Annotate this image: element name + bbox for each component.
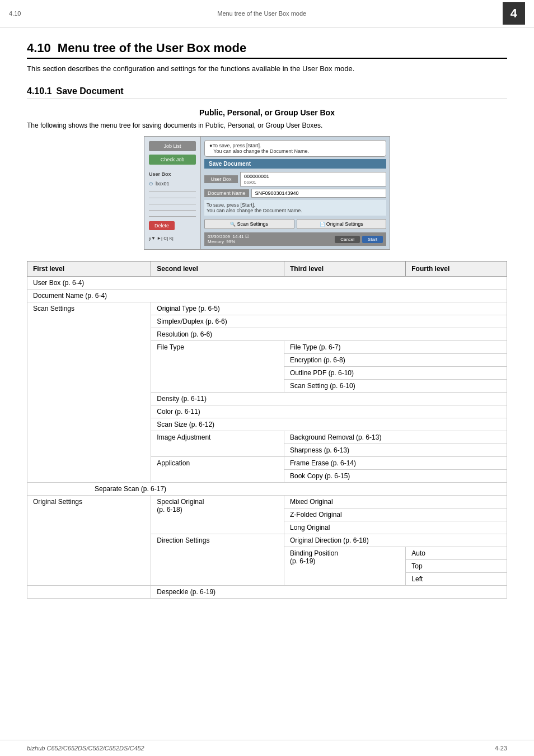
footer-buttons: Cancel Start [335, 236, 383, 243]
screen-bubble: ●To save, press [Start]. You can also ch… [204, 140, 386, 157]
col-header-fourth: Fourth level [406, 262, 507, 277]
menu-table: First level Second level Third level Fou… [27, 261, 507, 599]
table-cell: Long Original [284, 521, 507, 534]
page-footer: bizhub C652/C652DS/C552/C552DS/C452 4-23 [0, 740, 534, 756]
screen-footer: 03/30/2009 14:41 ☑Memory 99% Cancel Star… [204, 232, 386, 246]
table-cell: Auto [406, 547, 507, 560]
table-cell: Encryption (p. 6-8) [284, 354, 507, 367]
table-row: Despeckle (p. 6-19) [27, 586, 507, 599]
table-row: Separate Scan (p. 6-17) [27, 483, 507, 496]
screen-container: Job List Check Job User Box ⊙ box01 Dele… [27, 136, 507, 250]
main-section-title: 4.10Menu tree of the User Box mode [27, 41, 507, 59]
user-box-field-row: User Box 000000001 box01 [204, 172, 386, 186]
table-cell: Image Adjustment [151, 431, 284, 457]
screen-action-row: 🔍Scan Settings 📄Original Settings [204, 219, 386, 229]
section-desc: This section describes the configuration… [27, 64, 507, 73]
page-content: 4.10Menu tree of the User Box mode This … [0, 27, 534, 612]
doc-name-label: Document Name [204, 189, 249, 197]
table-cell: Scan Size (p. 6-12) [151, 418, 507, 431]
table-cell: Separate Scan (p. 6-17) [27, 483, 507, 496]
scan-icon: 🔍 [230, 222, 236, 227]
footer-page: 4-23 [495, 745, 507, 752]
table-cell: Scan Settings [27, 302, 151, 483]
original-settings-button[interactable]: 📄Original Settings [297, 219, 387, 229]
table-cell: Simplex/Duplex (p. 6-6) [151, 315, 507, 328]
table-cell: Despeckle (p. 6-19) [151, 586, 507, 599]
table-cell: Sharpness (p. 6-13) [284, 444, 507, 457]
screen-controls: y▼ ►| C| K| [149, 236, 196, 241]
table-cell: Book Copy (p. 6-15) [284, 470, 507, 483]
sub-sub-desc: The following shows the menu tree for sa… [27, 122, 507, 129]
table-cell: Frame Erase (p. 6-14) [284, 457, 507, 470]
table-cell: Original Settings [27, 496, 151, 586]
user-box-icon: ⊙ [149, 181, 153, 186]
scan-settings-button[interactable]: 🔍Scan Settings [204, 219, 294, 229]
table-cell: Special Original(p. 6-18) [151, 496, 284, 534]
user-box-field-sub: box01 [244, 180, 256, 185]
col-header-third: Third level [284, 262, 405, 277]
table-cell: Mixed Original [284, 496, 507, 508]
footer-info: 03/30/2009 14:41 ☑Memory 99% [208, 234, 249, 244]
table-cell: Left [406, 573, 507, 586]
col-header-second: Second level [151, 262, 284, 277]
table-cell: Background Removal (p. 6-13) [284, 431, 507, 444]
job-list-button[interactable]: Job List [149, 141, 196, 151]
original-icon: 📄 [320, 222, 325, 227]
section-title-text: Menu tree of the User Box mode [58, 41, 246, 55]
table-cell: File Type [151, 341, 284, 393]
table-cell: Application [151, 457, 284, 483]
table-cell: Top [406, 560, 507, 573]
table-cell: Scan Setting (p. 6-10) [284, 380, 507, 393]
table-cell: Original Direction (p. 6-18) [284, 534, 507, 547]
table-cell: Color (p. 6-11) [151, 405, 507, 418]
screen-mockup: Job List Check Job User Box ⊙ box01 Dele… [144, 136, 390, 250]
table-cell: User Box (p. 6-4) [27, 277, 507, 290]
screen-left-panel: Job List Check Job User Box ⊙ box01 Dele… [144, 137, 200, 248]
sub-section-title: 4.10.1Save Document [27, 86, 507, 99]
table-cell: File Type (p. 6-7) [284, 341, 507, 354]
table-cell: Outline PDF (p. 6-10) [284, 367, 507, 380]
screen-title-bar: Save Document [204, 159, 386, 169]
doc-name-value: SNF090030143940 [251, 189, 386, 198]
start-button[interactable]: Start [362, 236, 383, 243]
table-row: User Box (p. 6-4) [27, 277, 507, 290]
doc-name-field-row: Document Name SNF090030143940 [204, 189, 386, 198]
chapter-badge: 4 [503, 2, 525, 25]
user-box-field-label: User Box [204, 175, 238, 183]
delete-button[interactable]: Delete [149, 221, 175, 230]
col-header-first: First level [27, 262, 151, 277]
header-section-ref: 4.10 [9, 10, 21, 17]
user-box-field-value: 000000001 box01 [240, 172, 386, 186]
check-job-button[interactable]: Check Job [149, 155, 196, 165]
table-row: Document Name (p. 6-4) [27, 290, 507, 302]
screen-instructions: To save, press [Start].You can also chan… [204, 200, 386, 216]
cancel-button[interactable]: Cancel [335, 236, 360, 243]
table-row: Original Settings Special Original(p. 6-… [27, 496, 507, 508]
sub-section-num: 4.10.1 [27, 86, 51, 96]
header-bar: 4.10 Menu tree of the User Box mode 4 [0, 0, 534, 27]
sub-sub-title: Public, Personal, or Group User Box [27, 108, 507, 117]
screen-main-area: ●To save, press [Start]. You can also ch… [200, 137, 390, 249]
header-section-title: Menu tree of the User Box mode [217, 10, 306, 17]
table-cell: Density (p. 6-11) [151, 393, 507, 405]
user-box-label: User Box [149, 171, 196, 177]
table-row: Scan Settings Original Type (p. 6-5) [27, 302, 507, 315]
table-cell: Original Type (p. 6-5) [151, 302, 507, 315]
footer-brand: bizhub C652/C652DS/C552/C552DS/C452 [27, 745, 144, 752]
table-cell: Binding Position(p. 6-19) [284, 547, 405, 586]
table-cell: Document Name (p. 6-4) [27, 290, 507, 302]
table-cell: Z-Folded Original [284, 508, 507, 521]
table-cell: Resolution (p. 6-6) [151, 328, 507, 341]
user-box-item: box01 [156, 180, 170, 187]
section-num: 4.10 [27, 41, 51, 55]
table-cell: Direction Settings [151, 534, 284, 586]
table-cell [27, 586, 151, 599]
sub-section-text: Save Document [56, 86, 123, 96]
